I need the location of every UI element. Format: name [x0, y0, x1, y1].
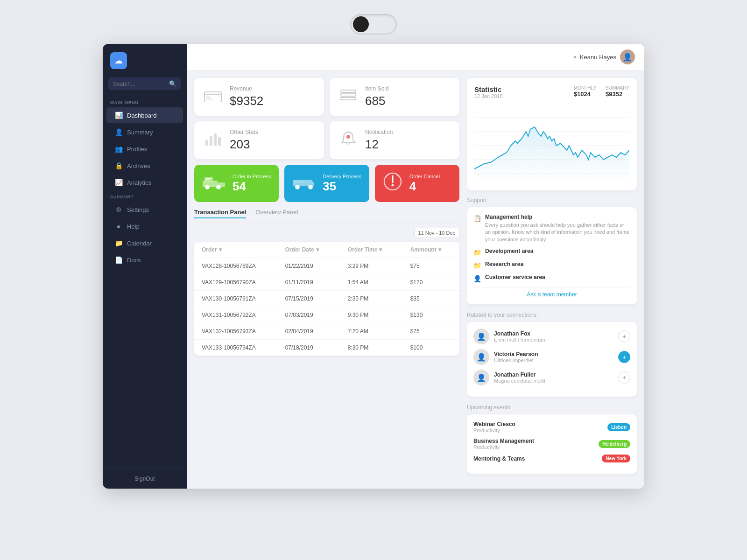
sidebar-item-profiles[interactable]: 👥 Profiles [106, 141, 183, 157]
revenue-value: $9352 [230, 94, 315, 108]
sidebar-item-dashboard[interactable]: 📊 Dashboard [106, 107, 183, 123]
development-title: Development area [485, 248, 533, 254]
other-stats-content: Other Stats 203 [230, 129, 315, 152]
sidebar-item-settings[interactable]: ⚙ Settings [106, 202, 183, 217]
delivery-label: Delivery Process [323, 174, 361, 179]
sidebar-item-help[interactable]: ● Help [106, 218, 183, 234]
cell-amount: $130 [410, 312, 452, 318]
add-button-fuller[interactable]: + [618, 371, 630, 384]
toggle-switch[interactable] [350, 14, 397, 35]
other-stats-value: 203 [230, 137, 315, 152]
main-window: ☁ 🔍 MAIN MENU 📊 Dashboard 👤 Summary 👥 Pr… [103, 44, 644, 489]
support-item-development[interactable]: 📁 Development area [473, 248, 630, 256]
cell-time: 3:29 PM [348, 263, 410, 269]
cancel-content: Order Cancel 4 [409, 174, 440, 194]
cancel-label: Order Cancel [409, 174, 440, 179]
sidebar-item-calendar[interactable]: 📁 Calendar [106, 235, 183, 251]
sidebar-label-settings: Settings [127, 206, 149, 213]
statistic-date: 12 Jan 2018 [474, 93, 503, 99]
cell-date: 07/03/2019 [285, 312, 348, 318]
cell-order: VAX133-10056794ZA [202, 344, 285, 351]
header-username: Keanu Hayes [580, 54, 616, 61]
ask-team-member-link[interactable]: Ask a team member [473, 287, 630, 298]
event-sub-webinar: Productivity [473, 427, 515, 433]
svg-rect-3 [206, 98, 213, 100]
sidebar-label-docs: Docs [127, 257, 141, 264]
calendar-icon: 📁 [114, 239, 123, 247]
date-filter[interactable]: 11 Nov - 10 Dec [414, 228, 459, 238]
sidebar-item-archives[interactable]: 🔒 Archives [106, 158, 183, 174]
stat-card-other-stats: Other Stats 203 [194, 121, 324, 159]
connection-info-fox: Jonathan Fox Enim mollit fermentum [494, 330, 613, 343]
event-mentoring: Mentoring & Teams New York [473, 455, 630, 462]
svg-rect-10 [218, 137, 221, 146]
add-button-fox[interactable]: + [618, 330, 630, 343]
svg-rect-13 [203, 181, 218, 187]
cell-amount: $35 [410, 295, 452, 302]
dashboard-left: Revenue $9352 Ite [187, 70, 467, 489]
panel-tabs: Transaction Panel Overview Panel [194, 209, 459, 223]
table-row: VAX133-10056794ZA 07/18/2019 8:30 PM $10… [194, 340, 459, 356]
sidebar-item-docs[interactable]: 📄 Docs [106, 252, 183, 268]
sidebar-logo: ☁ [103, 44, 187, 75]
table-row: VAX130-10056791ZA 07/15/2019 2:35 PM $35 [194, 291, 459, 307]
col-date: Order Date ▾ [285, 246, 348, 253]
connection-name-fuller: Jonathan Fuller [494, 371, 613, 378]
connection-sub-fuller: Magna cupidatat mollit [494, 378, 613, 384]
svg-rect-8 [210, 136, 212, 146]
stat-chart-values: MONTHLY $1024 SUMMARY $9352 [574, 85, 629, 98]
search-input[interactable] [113, 81, 169, 87]
support-item-management[interactable]: 📋 Management help Every question you ask… [473, 214, 630, 243]
settings-icon: ⚙ [114, 206, 123, 213]
process-card-cancel: Order Cancel 4 [375, 165, 459, 202]
analytics-icon: 📈 [114, 179, 123, 186]
cell-date: 01/11/2019 [285, 279, 348, 286]
support-card: 📋 Management help Every question you ask… [467, 207, 637, 304]
sidebar-search-container[interactable]: 🔍 [108, 77, 181, 90]
connection-jonathan-fuller: 👤 Jonathan Fuller Magna cupidatat mollit… [473, 370, 630, 385]
sidebar-label-help: Help [127, 223, 140, 230]
svg-point-16 [206, 186, 208, 188]
cell-date: 02/04/2019 [285, 328, 348, 335]
header: ▾ Keanu Hayes 👤 [187, 44, 644, 70]
order-process-icon [202, 173, 226, 194]
main-menu-label: MAIN MENU [103, 97, 187, 107]
table-header-row: 11 Nov - 10 Dec [194, 228, 459, 238]
notification-label: Notification [365, 129, 450, 135]
support-section-label: SUPPORT [103, 191, 187, 201]
chevron-down-icon: ▾ [574, 55, 576, 60]
notification-icon [339, 130, 358, 150]
order-process-label: Order in Process [233, 174, 271, 179]
tab-overview[interactable]: Overview Panel [255, 209, 298, 218]
cancel-value: 4 [409, 179, 440, 194]
summary-value: $9352 [606, 91, 629, 98]
sidebar-label-analytics: Analytics [127, 179, 151, 186]
cell-date: 07/18/2019 [285, 344, 348, 351]
user-menu[interactable]: ▾ Keanu Hayes 👤 [574, 49, 635, 64]
svg-point-29 [391, 184, 394, 187]
tab-transaction[interactable]: Transaction Panel [194, 209, 246, 218]
logo-icon: ☁ [110, 52, 127, 69]
support-item-customer[interactable]: 👤 Customer service area [473, 274, 630, 282]
statistic-card: Statistic 12 Jan 2018 MONTHLY $1024 SUMM… [467, 78, 637, 190]
other-stats-label: Other Stats [230, 129, 315, 135]
cell-amount: $75 [410, 328, 452, 335]
sidebar-label-profiles: Profiles [127, 146, 147, 153]
item-sold-label: Item Sold [365, 85, 450, 92]
connections-title: Related to your connections: [467, 312, 637, 318]
support-item-research[interactable]: 📁 Research area [473, 261, 630, 269]
cell-amount: $100 [410, 344, 452, 351]
events-title: Upcoming events: [467, 404, 637, 411]
stat-card-notification: Notification 12 [330, 121, 459, 159]
item-sold-content: Item Sold 685 [365, 85, 450, 108]
connection-info-fuller: Jonathan Fuller Magna cupidatat mollit [494, 371, 613, 384]
signout-button[interactable]: SignOut [103, 469, 187, 489]
stat-card-revenue: Revenue $9352 [194, 78, 324, 116]
dashboard-icon: 📊 [114, 112, 123, 119]
add-button-pearson[interactable]: + [618, 351, 630, 363]
process-card-order: Order in Process 54 [194, 165, 279, 202]
avatar: 👤 [620, 49, 635, 64]
svg-point-12 [346, 135, 350, 139]
sidebar-item-summary[interactable]: 👤 Summary [106, 124, 183, 140]
sidebar-item-analytics[interactable]: 📈 Analytics [106, 175, 183, 190]
